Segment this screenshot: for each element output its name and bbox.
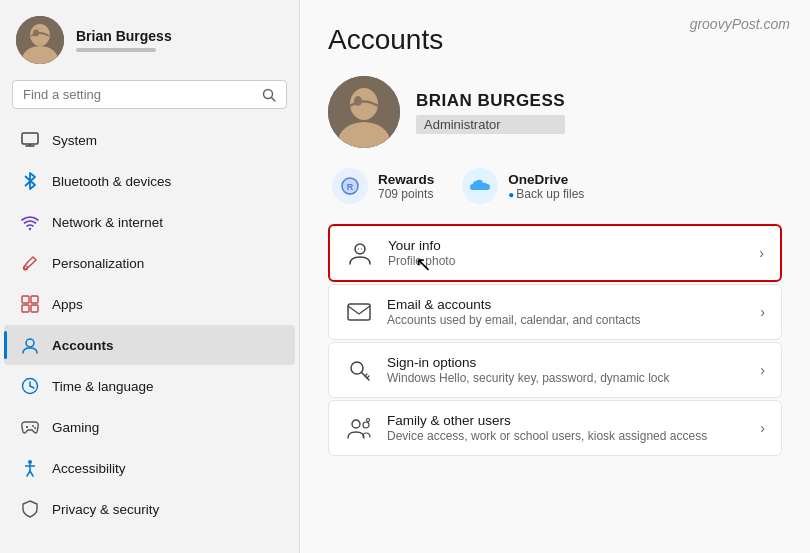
sidebar-item-accounts-label: Accounts	[52, 338, 114, 353]
sidebar-user-info: Brian Burgess	[76, 28, 172, 52]
sidebar-item-bluetooth-label: Bluetooth & devices	[52, 174, 171, 189]
sidebar-item-gaming-label: Gaming	[52, 420, 99, 435]
family-item[interactable]: Family & other users Device access, work…	[328, 400, 782, 456]
profile-avatar	[328, 76, 400, 148]
family-title: Family & other users	[387, 413, 746, 428]
svg-point-34	[355, 244, 365, 254]
sidebar-username: Brian Burgess	[76, 28, 172, 44]
app-window: Brian Burgess System	[0, 0, 810, 553]
apps-icon	[20, 294, 40, 314]
family-desc: Device access, work or school users, kio…	[387, 429, 746, 443]
onedrive-icon	[462, 168, 498, 204]
sidebar: Brian Burgess System	[0, 0, 300, 553]
rewards-service[interactable]: R Rewards 709 points	[332, 168, 434, 204]
sidebar-item-system-label: System	[52, 133, 97, 148]
search-box[interactable]	[12, 80, 287, 109]
rewards-text: Rewards 709 points	[378, 172, 434, 201]
watermark: groovyPost.com	[690, 16, 790, 32]
sidebar-item-bluetooth[interactable]: Bluetooth & devices	[4, 161, 295, 201]
svg-line-39	[365, 374, 367, 376]
svg-line-40	[367, 376, 369, 378]
sign-in-desc: Windows Hello, security key, password, d…	[387, 371, 746, 385]
svg-line-5	[272, 97, 276, 101]
family-chevron: ›	[760, 420, 765, 436]
email-accounts-title: Email & accounts	[387, 297, 746, 312]
svg-point-9	[29, 228, 31, 230]
sign-in-text: Sign-in options Windows Hello, security …	[387, 355, 746, 385]
rewards-icon: R	[332, 168, 368, 204]
sidebar-item-time-label: Time & language	[52, 379, 154, 394]
sidebar-profile: Brian Burgess	[0, 0, 299, 76]
svg-rect-6	[22, 133, 38, 144]
sidebar-item-apps[interactable]: Apps	[4, 284, 295, 324]
email-accounts-item[interactable]: Email & accounts Accounts used by email,…	[328, 284, 782, 340]
svg-point-23	[28, 460, 32, 464]
svg-text:R: R	[347, 182, 354, 192]
onedrive-dot: ●	[508, 189, 514, 200]
services-row: R Rewards 709 points OneDrive	[328, 168, 782, 204]
search-input[interactable]	[23, 87, 254, 102]
key-icon	[345, 356, 373, 384]
sidebar-item-accessibility[interactable]: Accessibility	[4, 448, 295, 488]
sidebar-item-personalization[interactable]: Personalization	[4, 243, 295, 283]
svg-rect-11	[22, 296, 29, 303]
your-info-chevron: ›	[759, 245, 764, 261]
sign-in-title: Sign-in options	[387, 355, 746, 370]
svg-line-18	[30, 386, 34, 388]
svg-rect-12	[31, 296, 38, 303]
profile-info: BRIAN BURGESS Administrator	[416, 91, 565, 134]
sidebar-item-gaming[interactable]: Gaming	[4, 407, 295, 447]
profile-role: Administrator	[416, 115, 565, 134]
family-icon	[345, 414, 373, 442]
profile-name: BRIAN BURGESS	[416, 91, 565, 111]
sidebar-item-accessibility-label: Accessibility	[52, 461, 126, 476]
sidebar-item-privacy[interactable]: Privacy & security	[4, 489, 295, 529]
svg-point-41	[352, 420, 360, 428]
gaming-icon	[20, 417, 40, 437]
privacy-icon	[20, 499, 40, 519]
your-info-desc: Profile photo	[388, 254, 745, 268]
search-icon	[262, 88, 276, 102]
sidebar-item-accounts[interactable]: Accounts	[4, 325, 295, 365]
email-accounts-text: Email & accounts Accounts used by email,…	[387, 297, 746, 327]
sidebar-item-network[interactable]: Network & internet	[4, 202, 295, 242]
brush-icon	[20, 253, 40, 273]
sidebar-item-privacy-label: Privacy & security	[52, 502, 159, 517]
bluetooth-icon	[20, 171, 40, 191]
time-icon	[20, 376, 40, 396]
onedrive-title: OneDrive	[508, 172, 584, 187]
onedrive-text: OneDrive ●Back up files	[508, 172, 584, 201]
svg-rect-36	[348, 304, 370, 320]
onedrive-sub: ●Back up files	[508, 187, 584, 201]
main-content: groovyPost.com Accounts BRIAN BURGESS Ad…	[300, 0, 810, 553]
svg-point-43	[367, 419, 370, 422]
svg-point-21	[32, 425, 34, 427]
svg-point-15	[26, 339, 34, 347]
sidebar-item-time[interactable]: Time & language	[4, 366, 295, 406]
sidebar-item-apps-label: Apps	[52, 297, 83, 312]
accounts-icon	[20, 335, 40, 355]
sidebar-nav: System Bluetooth & devices	[0, 117, 299, 553]
sidebar-item-network-label: Network & internet	[52, 215, 163, 230]
your-info-text: Your info Profile photo	[388, 238, 745, 268]
network-icon	[20, 212, 40, 232]
svg-line-27	[30, 471, 33, 476]
email-accounts-chevron: ›	[760, 304, 765, 320]
avatar	[16, 16, 64, 64]
sign-in-chevron: ›	[760, 362, 765, 378]
sign-in-item[interactable]: Sign-in options Windows Hello, security …	[328, 342, 782, 398]
system-icon	[20, 130, 40, 150]
your-info-item[interactable]: Your info Profile photo › ↖	[328, 224, 782, 282]
sidebar-item-system[interactable]: System	[4, 120, 295, 160]
accessibility-icon	[20, 458, 40, 478]
family-text: Family & other users Device access, work…	[387, 413, 746, 443]
profile-card: BRIAN BURGESS Administrator	[328, 76, 782, 148]
svg-line-26	[27, 471, 30, 476]
svg-rect-14	[31, 305, 38, 312]
email-icon	[345, 298, 373, 326]
email-accounts-desc: Accounts used by email, calendar, and co…	[387, 313, 746, 327]
sidebar-account-bar	[76, 48, 156, 52]
onedrive-service[interactable]: OneDrive ●Back up files	[462, 168, 584, 204]
rewards-title: Rewards	[378, 172, 434, 187]
your-info-title: Your info	[388, 238, 745, 253]
